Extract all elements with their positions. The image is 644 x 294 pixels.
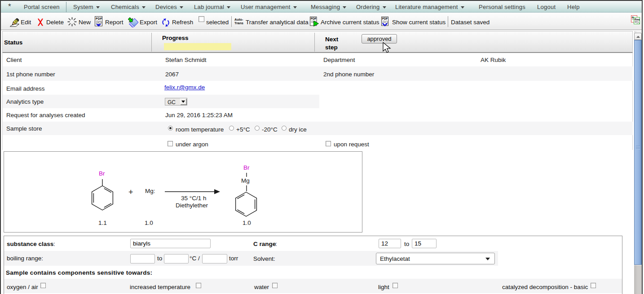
- svg-text:1.0: 1.0: [145, 219, 153, 226]
- svg-text:Br: Br: [243, 164, 250, 171]
- svg-text:Br: Br: [99, 170, 105, 177]
- svg-text:35 °C/1 h: 35 °C/1 h: [181, 195, 206, 202]
- svg-text:PDF: PDF: [382, 17, 388, 20]
- svg-text:Req: Req: [635, 18, 640, 21]
- svg-text:PDF: PDF: [96, 17, 102, 20]
- svg-text:Mg: Mg: [241, 177, 250, 184]
- svg-text:Mg:: Mg:: [145, 188, 155, 194]
- svg-text:1.1: 1.1: [98, 219, 107, 226]
- svg-text:+: +: [128, 188, 133, 197]
- svg-text:Diethylether: Diethylether: [176, 202, 208, 209]
- svg-text:1.0: 1.0: [243, 219, 251, 226]
- svg-text:PDF: PDF: [311, 17, 317, 20]
